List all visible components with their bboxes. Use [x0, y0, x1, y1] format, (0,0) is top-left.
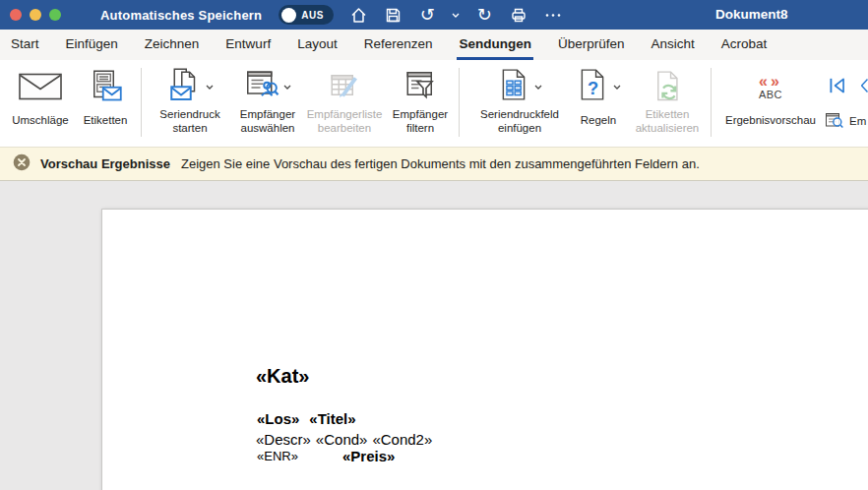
autosave-label: Automatisches Speichern [100, 8, 262, 23]
preview-results-notification: Vorschau Ergebnisse Zeigen Sie eine Vors… [0, 147, 868, 181]
tab-entwurf[interactable]: Entwurf [223, 30, 273, 60]
merge-field-cond[interactable]: «Cond» [316, 431, 368, 448]
redo-icon[interactable]: ↻ [473, 4, 495, 26]
envelope-icon [4, 66, 77, 107]
mail-merge-icon [166, 67, 202, 106]
merge-field-descr[interactable]: «Descr» [256, 431, 311, 448]
home-icon[interactable] [347, 4, 369, 26]
notification-title: Vorschau Ergebnisse [40, 156, 170, 171]
filter-recipients-button[interactable]: Empfängerfiltern [388, 66, 453, 135]
close-window-button[interactable] [10, 9, 22, 21]
ribbon-group-separator [459, 68, 460, 137]
merge-field-cond2[interactable]: «Cond2» [372, 431, 432, 448]
minimize-window-button[interactable] [30, 9, 41, 21]
dropdown-chevron-icon [206, 80, 214, 93]
update-labels-icon [626, 66, 709, 107]
document-page[interactable]: «Kat» «Los»«Titel» «Descr»«Cond»«Cond2» … [101, 209, 868, 490]
tab-acrobat[interactable]: Acrobat [719, 30, 770, 60]
save-icon[interactable] [382, 4, 403, 26]
first-record-icon [827, 75, 848, 96]
traffic-lights [0, 9, 61, 21]
print-icon[interactable] [508, 4, 529, 26]
preview-results-icon: «» ABC [716, 66, 825, 107]
merge-field-line-descr: «Descr»«Cond»«Cond2» [256, 431, 432, 448]
ribbon-tabbar: Start Einfügen Zeichnen Entwurf Layout R… [0, 30, 868, 60]
dropdown-chevron-icon [283, 80, 291, 93]
word-window: Automatisches Speichern AUS ↺ ↻ Doku [0, 0, 868, 490]
ribbon: Umschläge Etiketten Seriendruckstarten [0, 60, 868, 147]
undo-icon[interactable]: ↺ [416, 4, 438, 26]
preview-results-button[interactable]: «» ABC Ergebnisvorschau [716, 66, 825, 128]
notification-message: Zeigen Sie eine Vorschau des fertigen Do… [181, 156, 700, 171]
rules-icon: ? [576, 67, 609, 106]
undo-dropdown-chevron-icon[interactable] [451, 4, 461, 26]
tab-sendungen[interactable]: Sendungen [457, 30, 533, 60]
rules-button[interactable]: ? Regeln [571, 66, 626, 128]
tab-ansicht[interactable]: Ansicht [650, 30, 697, 60]
merge-field-icon [497, 67, 530, 106]
update-labels-button: Etikettenaktualisieren [626, 66, 709, 135]
merge-field-preis[interactable]: «Preis» [342, 448, 395, 464]
find-recipient-button[interactable]: Em [825, 110, 866, 132]
tab-einfuegen[interactable]: Einfügen [64, 30, 120, 60]
previous-record-button[interactable] [861, 75, 868, 100]
first-record-button[interactable] [827, 75, 848, 100]
labels-button[interactable]: Etiketten [75, 66, 136, 128]
x-circle-icon[interactable] [13, 153, 31, 175]
document-area: «Kat» «Los»«Titel» «Descr»«Cond»«Cond2» … [0, 181, 868, 490]
start-mail-merge-button[interactable]: Seriendruckstarten [148, 66, 232, 135]
tab-layout[interactable]: Layout [295, 30, 340, 60]
tab-start[interactable]: Start [9, 30, 41, 60]
merge-field-los[interactable]: «Los» [257, 410, 299, 427]
ribbon-group-separator [141, 68, 142, 137]
previous-record-icon [861, 75, 868, 96]
edit-recipient-list-button: Empfängerlistebearbeiten [301, 66, 388, 135]
merge-field-line-los-titel: «Los»«Titel» [257, 410, 356, 427]
ribbon-group-separator [711, 68, 712, 137]
autosave-state: AUS [301, 10, 324, 21]
autosave-toggle[interactable]: AUS [279, 5, 334, 25]
merge-field-enr[interactable]: «ENR» [257, 449, 298, 463]
merge-field-kat[interactable]: «Kat» [256, 365, 309, 388]
document-title: Dokument8 [715, 7, 788, 22]
insert-merge-field-button[interactable]: Seriendruckfeldeinfügen [472, 66, 567, 135]
find-recipient-icon [825, 110, 844, 132]
toggle-knob [281, 8, 296, 23]
labels-icon [75, 66, 136, 107]
merge-field-titel[interactable]: «Titel» [309, 410, 355, 427]
dropdown-chevron-icon [613, 80, 621, 93]
edit-list-icon [301, 66, 388, 107]
filter-icon [388, 66, 453, 107]
merge-field-line-enr-preis: «ENR»«Preis» [257, 449, 298, 463]
tab-referenzen[interactable]: Referenzen [362, 30, 435, 60]
dropdown-chevron-icon [534, 80, 542, 93]
select-recipients-button[interactable]: Empfängerauswählen [232, 66, 303, 135]
zoom-window-button[interactable] [49, 9, 61, 21]
titlebar: Automatisches Speichern AUS ↺ ↻ Doku [0, 0, 868, 30]
tab-ueberpruefen[interactable]: Überprüfen [556, 30, 627, 60]
svg-text:?: ? [588, 78, 598, 98]
recipients-list-icon [244, 67, 279, 106]
envelopes-button[interactable]: Umschläge [4, 66, 77, 128]
more-options-icon[interactable] [542, 4, 564, 26]
tab-zeichnen[interactable]: Zeichnen [143, 30, 202, 60]
